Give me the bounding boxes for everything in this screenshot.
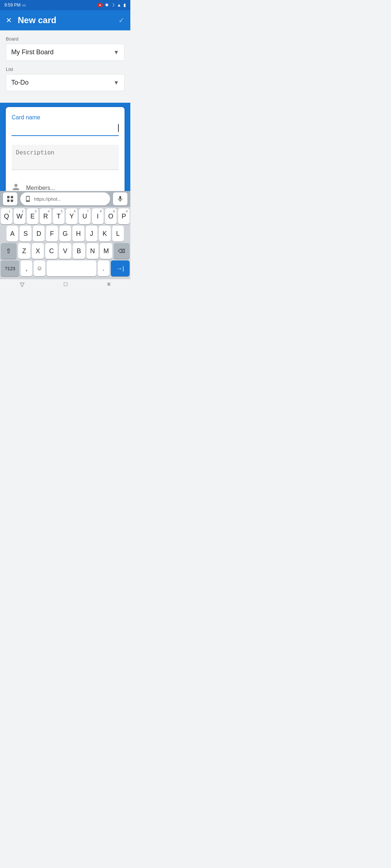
key-l[interactable]: L	[112, 226, 124, 242]
bluetooth-icon: ✱	[105, 3, 109, 8]
key-v[interactable]: V	[59, 243, 71, 259]
key-f[interactable]: F	[46, 226, 58, 242]
key-s[interactable]: S	[20, 226, 31, 242]
back-nav-icon[interactable]: ▽	[20, 281, 24, 288]
wifi-icon: ▲	[117, 3, 121, 8]
app-bar: ✕ New card ✓	[0, 10, 130, 30]
key-e[interactable]: 3E	[27, 208, 38, 224]
keyboard-url-bar[interactable]: https://phot...	[20, 192, 110, 205]
key-w[interactable]: 2W	[14, 208, 25, 224]
board-field-group: Board My First Board ▼	[6, 36, 125, 61]
keyboard-grid-button[interactable]	[3, 192, 17, 205]
app-bar-title: New card	[18, 15, 118, 25]
status-bar: 9:59 PM ▭ ● ✱ ☽ ▲ ▮	[0, 0, 130, 10]
form-area: Board My First Board ▼ List To-Do ▼	[0, 30, 130, 103]
time-display: 9:59 PM	[4, 3, 21, 8]
key-r[interactable]: 4R	[40, 208, 51, 224]
svg-rect-1	[11, 196, 13, 198]
status-time: 9:59 PM ▭	[4, 3, 26, 8]
description-input[interactable]	[12, 145, 119, 170]
text-cursor	[118, 124, 119, 132]
confirm-button[interactable]: ✓	[118, 16, 125, 25]
key-j[interactable]: J	[86, 226, 97, 242]
shift-key[interactable]: ⇧	[1, 243, 17, 259]
list-chevron-icon: ▼	[113, 80, 119, 86]
card-name-label: Card name	[12, 114, 119, 121]
members-label: Members...	[26, 185, 55, 191]
key-u[interactable]: 7U	[79, 208, 91, 224]
key-p[interactable]: 0P	[118, 208, 130, 224]
key-m[interactable]: M	[100, 243, 112, 259]
space-key[interactable]	[47, 260, 96, 276]
symbols-key[interactable]: ?123	[1, 260, 19, 276]
backspace-key[interactable]: ⌫	[114, 243, 130, 259]
key-k[interactable]: K	[99, 226, 110, 242]
key-x[interactable]: X	[32, 243, 44, 259]
key-h[interactable]: H	[72, 226, 84, 242]
key-b[interactable]: B	[73, 243, 85, 259]
key-o[interactable]: 9O	[105, 208, 117, 224]
board-select[interactable]: My First Board ▼	[6, 44, 125, 61]
key-n[interactable]: N	[87, 243, 99, 259]
period-key[interactable]: .	[98, 260, 109, 276]
list-select[interactable]: To-Do ▼	[6, 74, 125, 91]
key-row-4: ?123 , ☺ . →|	[1, 260, 130, 276]
board-label: Board	[6, 36, 125, 42]
enter-key[interactable]: →|	[111, 260, 130, 276]
list-field-group: List To-Do ▼	[6, 67, 125, 91]
menu-nav-icon[interactable]: ≡	[107, 281, 110, 288]
keyboard-toolbar: https://phot...	[0, 191, 130, 207]
moon-icon: ☽	[111, 3, 115, 8]
board-select-value: My First Board	[11, 48, 54, 56]
key-d[interactable]: D	[33, 226, 45, 242]
key-row-3: ⇧ Z X C V B N M ⌫	[1, 243, 130, 259]
board-chevron-icon: ▼	[113, 49, 119, 56]
key-z[interactable]: Z	[18, 243, 30, 259]
key-y[interactable]: 6Y	[66, 208, 77, 224]
emoji-key[interactable]: ☺	[34, 260, 45, 276]
key-c[interactable]: C	[45, 243, 58, 259]
comma-key[interactable]: ,	[21, 260, 32, 276]
keyboard: https://phot... 1Q 2W 3E 4R 5T 6Y 7U 8I …	[0, 191, 130, 289]
list-label: List	[6, 67, 125, 72]
description-field	[12, 145, 119, 171]
svg-rect-0	[7, 196, 9, 198]
nav-bar: ▽ □ ≡	[0, 279, 130, 289]
key-g[interactable]: G	[59, 226, 71, 242]
keyboard-url-text: https://phot...	[34, 196, 61, 202]
key-rows: 1Q 2W 3E 4R 5T 6Y 7U 8I 9O 0P A S D F G …	[0, 207, 130, 279]
list-select-value: To-Do	[11, 79, 29, 86]
status-icons: ● ✱ ☽ ▲ ▮	[97, 3, 126, 8]
key-a[interactable]: A	[7, 226, 18, 242]
recording-badge: ●	[97, 3, 103, 7]
key-row-1: 1Q 2W 3E 4R 5T 6Y 7U 8I 9O 0P	[1, 208, 130, 224]
card-name-input[interactable]	[12, 122, 117, 134]
card-name-field: Card name	[12, 114, 119, 136]
home-nav-icon[interactable]: □	[64, 281, 67, 288]
key-i[interactable]: 8I	[92, 208, 104, 224]
svg-rect-3	[11, 200, 13, 202]
close-button[interactable]: ✕	[6, 16, 12, 25]
key-row-2: A S D F G H J K L	[1, 226, 130, 242]
keyboard-mic-button[interactable]	[113, 192, 127, 205]
key-t[interactable]: 5T	[53, 208, 64, 224]
video-icon: ▭	[22, 3, 26, 8]
key-q[interactable]: 1Q	[1, 208, 12, 224]
battery-icon: ▮	[123, 3, 126, 8]
svg-rect-2	[7, 200, 9, 202]
